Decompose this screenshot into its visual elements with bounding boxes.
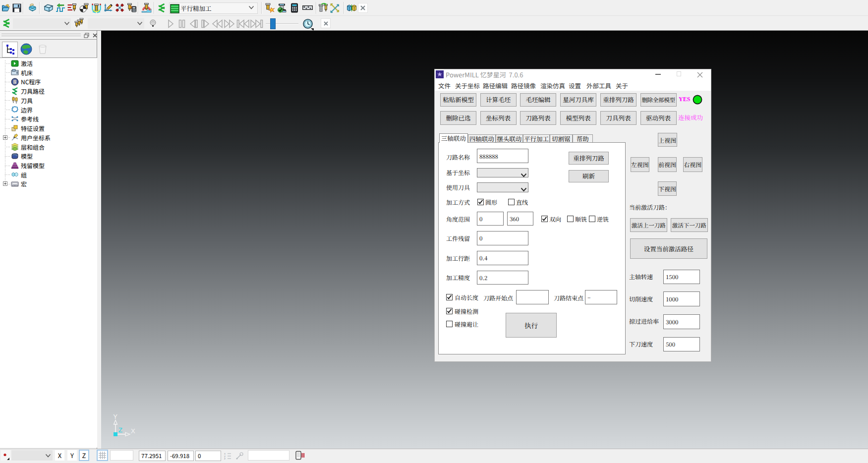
svg-text:z: z: [224, 457, 226, 460]
